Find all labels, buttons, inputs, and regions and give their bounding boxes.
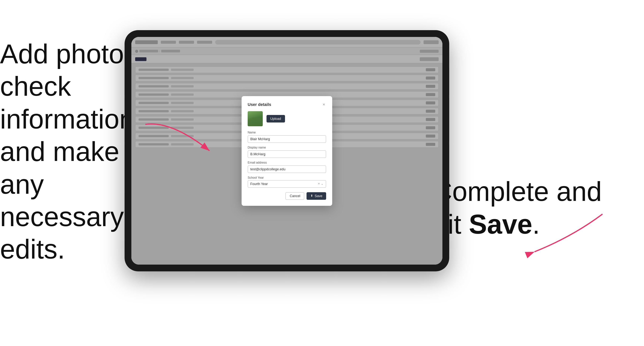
- select-icons: × ⌄: [318, 182, 324, 185]
- name-label: Name: [248, 131, 326, 134]
- clear-icon[interactable]: ×: [318, 182, 320, 185]
- display-name-label: Display name: [248, 146, 326, 149]
- tablet-screen: /: [131, 37, 442, 265]
- name-input[interactable]: [248, 135, 326, 143]
- right-annotation: Complete and hit Save.: [432, 175, 614, 240]
- name-field-group: Name: [248, 131, 326, 143]
- school-year-select[interactable]: Fourth Year × ⌄: [248, 180, 326, 187]
- email-label: Email address: [248, 161, 326, 164]
- modal-close-button[interactable]: ×: [322, 102, 326, 107]
- save-icon: ⬆: [310, 194, 313, 197]
- tablet-frame: /: [124, 30, 449, 271]
- school-year-select-wrapper: Fourth Year × ⌄: [248, 180, 326, 187]
- display-name-input[interactable]: [248, 150, 326, 158]
- user-details-modal: User details × Upload Name: [242, 96, 332, 206]
- chevron-down-icon: ⌄: [321, 182, 324, 185]
- school-year-field-group: School Year Fourth Year × ⌄: [248, 176, 326, 187]
- modal-header: User details ×: [248, 102, 326, 107]
- modal-title: User details: [248, 102, 271, 107]
- app-background: /: [131, 37, 442, 265]
- cancel-button[interactable]: Cancel: [286, 192, 304, 199]
- save-button[interactable]: ⬆ Save: [307, 192, 326, 199]
- school-year-value: Fourth Year: [250, 182, 268, 186]
- avatar-image: [248, 111, 263, 126]
- email-field-group: Email address: [248, 161, 326, 173]
- avatar: [248, 111, 263, 126]
- modal-overlay: User details × Upload Name: [131, 37, 442, 265]
- save-label: Save: [315, 194, 322, 198]
- email-input[interactable]: [248, 165, 326, 173]
- modal-footer: Cancel ⬆ Save: [248, 192, 326, 199]
- display-name-field-group: Display name: [248, 146, 326, 158]
- photo-row: Upload: [248, 111, 326, 126]
- school-year-label: School Year: [248, 176, 326, 179]
- upload-photo-button[interactable]: Upload: [266, 115, 285, 122]
